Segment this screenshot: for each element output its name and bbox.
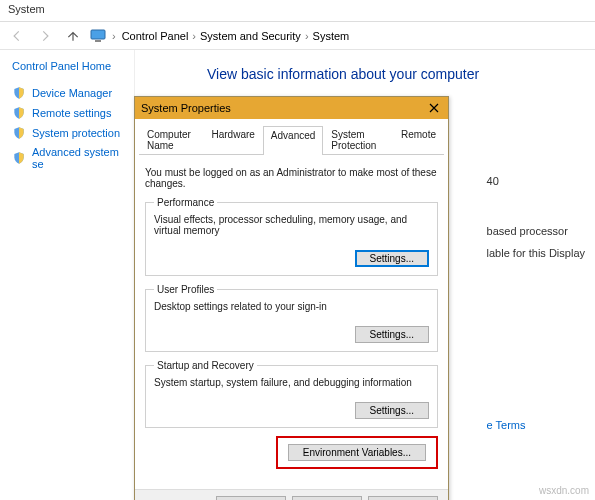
cancel-button[interactable]: Cancel	[292, 496, 362, 500]
spec-fragment: lable for this Display	[487, 242, 585, 264]
sidebar: Control Panel Home Device Manager Remote…	[0, 50, 135, 500]
sidebar-item-advanced-system-settings[interactable]: Advanced system se	[12, 146, 128, 170]
breadcrumb-item[interactable]: System and Security	[200, 30, 301, 42]
breadcrumb-item[interactable]: System	[313, 30, 350, 42]
system-properties-dialog: System Properties Computer Name Hardware…	[134, 96, 449, 500]
startup-recovery-settings-button[interactable]: Settings...	[355, 402, 429, 419]
sidebar-item-system-protection[interactable]: System protection	[12, 126, 128, 140]
admin-hint: You must be logged on as an Administrato…	[145, 167, 438, 189]
tab-computer-name[interactable]: Computer Name	[139, 125, 204, 154]
svg-rect-0	[91, 30, 105, 39]
user-profiles-settings-button[interactable]: Settings...	[355, 326, 429, 343]
spec-fragment: based processor	[487, 220, 585, 242]
tab-remote[interactable]: Remote	[393, 125, 444, 154]
performance-group: Performance Visual effects, processor sc…	[145, 197, 438, 276]
dialog-tabs: Computer Name Hardware Advanced System P…	[139, 125, 444, 155]
shield-icon	[12, 151, 26, 165]
env-variables-highlight: Environment Variables...	[276, 436, 438, 469]
shield-icon	[12, 126, 26, 140]
sidebar-item-label: Device Manager	[32, 87, 112, 99]
environment-variables-button[interactable]: Environment Variables...	[288, 444, 426, 461]
startup-recovery-legend: Startup and Recovery	[154, 360, 257, 371]
spec-fragments: 40 based processor lable for this Displa…	[487, 170, 585, 436]
back-arrow-icon[interactable]	[6, 25, 28, 47]
shield-icon	[12, 86, 26, 100]
sidebar-item-label: System protection	[32, 127, 120, 139]
user-profiles-group: User Profiles Desktop settings related t…	[145, 284, 438, 352]
chevron-right-icon: ›	[192, 30, 196, 42]
license-terms-link[interactable]: e Terms	[487, 414, 585, 436]
breadcrumb: Control Panel › System and Security › Sy…	[122, 30, 350, 42]
user-profiles-legend: User Profiles	[154, 284, 217, 295]
performance-desc: Visual effects, processor scheduling, me…	[154, 214, 429, 236]
startup-recovery-desc: System startup, system failure, and debu…	[154, 377, 429, 388]
user-profiles-desc: Desktop settings related to your sign-in	[154, 301, 429, 312]
watermark: wsxdn.com	[539, 485, 589, 496]
sidebar-item-label: Remote settings	[32, 107, 111, 119]
tab-hardware[interactable]: Hardware	[204, 125, 263, 154]
chevron-right-icon: ›	[112, 30, 116, 42]
page-heading: View basic information about your comput…	[207, 66, 583, 82]
ok-button[interactable]: OK	[216, 496, 286, 500]
sidebar-item-remote-settings[interactable]: Remote settings	[12, 106, 128, 120]
sidebar-item-device-manager[interactable]: Device Manager	[12, 86, 128, 100]
startup-recovery-group: Startup and Recovery System startup, sys…	[145, 360, 438, 428]
svg-rect-1	[95, 40, 101, 42]
spec-fragment: 40	[487, 170, 585, 192]
window-titlebar: System	[0, 0, 595, 22]
shield-icon	[12, 106, 26, 120]
dialog-titlebar[interactable]: System Properties	[135, 97, 448, 119]
nav-bar: › Control Panel › System and Security › …	[0, 22, 595, 50]
dialog-body: You must be logged on as an Administrato…	[135, 155, 448, 489]
tab-advanced[interactable]: Advanced	[263, 126, 323, 155]
tab-system-protection[interactable]: System Protection	[323, 125, 393, 154]
up-arrow-icon[interactable]	[62, 25, 84, 47]
control-panel-home-link[interactable]: Control Panel Home	[12, 60, 128, 72]
dialog-actions: OK Cancel Apply	[135, 489, 448, 500]
performance-legend: Performance	[154, 197, 217, 208]
close-icon[interactable]	[426, 100, 442, 116]
window-title: System	[8, 3, 45, 15]
dialog-title: System Properties	[141, 102, 231, 114]
breadcrumb-item[interactable]: Control Panel	[122, 30, 189, 42]
apply-button[interactable]: Apply	[368, 496, 438, 500]
chevron-right-icon: ›	[305, 30, 309, 42]
sidebar-item-label: Advanced system se	[32, 146, 128, 170]
pc-icon	[90, 29, 106, 43]
forward-arrow-icon[interactable]	[34, 25, 56, 47]
performance-settings-button[interactable]: Settings...	[355, 250, 429, 267]
